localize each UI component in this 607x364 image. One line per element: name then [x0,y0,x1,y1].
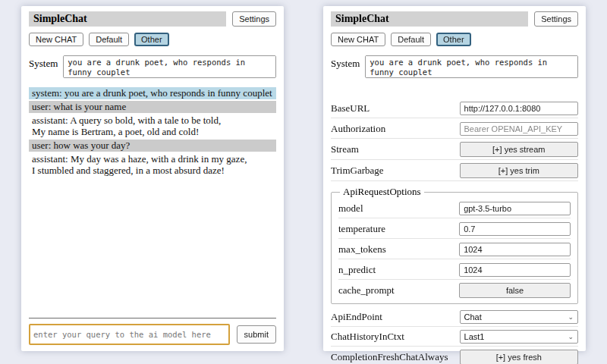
setting-row-completion-fresh-chat-always: CompletionFreshChatAlways [+] yes fresh [331,347,578,364]
stream-label: Stream [331,143,359,155]
setting-row-api-endpoint: ApiEndPoint Chat ⌄ [331,307,578,327]
cache-prompt-label: cache_prompt [338,284,395,297]
authorization-label: Authorization [331,123,385,135]
chat-message-assistant: assistant: My day was a haze, with a dri… [29,153,276,177]
max-tokens-label: max_tokens [338,243,386,256]
setting-row-stream: Stream [+] yes stream [331,139,578,160]
setting-row-cache-prompt: cache_prompt false [338,280,571,300]
setting-row-model: model [338,198,571,218]
model-input[interactable] [459,202,571,215]
system-prompt-input[interactable]: you are a drunk poet, who responds in fu… [365,55,578,78]
chat-history-selected-value: Last1 [464,332,485,341]
settings-button[interactable]: Settings [534,11,578,27]
baseurl-label: BaseURL [331,102,370,115]
chat-messages: system: you are a drunk poet, who respon… [29,87,276,318]
setting-row-chat-history-in-ctxt: ChatHistoryInCtxt Last1 ⌄ [331,327,578,347]
system-prompt-row: System you are a drunk poet, who respond… [29,55,276,78]
api-endpoint-select[interactable]: Chat ⌄ [460,310,578,324]
trimgarbage-label: TrimGarbage [331,165,384,177]
session-tab-other[interactable]: Other [134,33,169,46]
session-tab-other[interactable]: Other [436,33,471,46]
titlebar: SimpleChat Settings [29,11,276,27]
setting-row-n-predict: n_predict [338,259,571,280]
titlebar: SimpleChat Settings [331,11,578,27]
setting-row-authorization: Authorization [331,118,578,139]
new-chat-button[interactable]: New CHAT [331,33,385,46]
n-predict-label: n_predict [338,264,376,276]
query-bar: submit [29,324,276,345]
session-toolbar: New CHAT Default Other [331,33,578,46]
api-endpoint-selected-value: Chat [464,312,482,322]
trimgarbage-toggle-button[interactable]: [+] yes trim [460,163,578,178]
chat-message-system: system: you are a drunk poet, who respon… [29,87,276,99]
submit-button[interactable]: submit [237,325,276,344]
setting-row-trimgarbage: TrimGarbage [+] yes trim [331,160,578,181]
baseurl-input[interactable] [460,102,578,115]
setting-row-baseurl: BaseURL [331,98,578,118]
settings-button[interactable]: Settings [232,11,276,27]
api-request-options-fieldset: ApiRequestOptions model temperature max_… [331,186,578,304]
query-input[interactable] [29,324,230,345]
system-label: System [331,55,360,70]
api-request-options-legend: ApiRequestOptions [340,186,424,198]
session-tab-default[interactable]: Default [89,33,129,46]
system-label: System [29,55,58,70]
chevron-down-icon: ⌄ [568,314,574,321]
setting-row-max-tokens: max_tokens [338,239,571,259]
settings-list: BaseURL Authorization Stream [+] yes str… [331,98,578,364]
session-tab-default[interactable]: Default [391,33,431,46]
chat-window: SimpleChat Settings New CHAT Default Oth… [21,6,284,351]
model-label: model [338,202,363,215]
system-prompt-input[interactable]: you are a drunk poet, who responds in fu… [63,55,276,78]
chat-message-user: user: how was your day? [29,140,276,152]
chat-history-in-ctxt-select[interactable]: Last1 ⌄ [460,330,578,344]
chevron-down-icon: ⌄ [568,334,574,340]
app-title: SimpleChat [331,11,528,27]
chat-history-in-ctxt-label: ChatHistoryInCtxt [331,331,404,343]
temperature-input[interactable] [459,222,571,236]
query-divider [29,318,276,318]
new-chat-button[interactable]: New CHAT [29,33,83,46]
authorization-input[interactable] [460,122,578,136]
settings-window: SimpleChat Settings New CHAT Default Oth… [323,6,586,351]
cache-prompt-toggle-button[interactable]: false [459,283,571,298]
api-endpoint-label: ApiEndPoint [331,311,382,323]
session-toolbar: New CHAT Default Other [29,33,276,46]
chat-message-user: user: what is your name [29,101,276,113]
desktop: SimpleChat Settings New CHAT Default Oth… [0,0,607,364]
system-prompt-row: System you are a drunk poet, who respond… [331,55,578,78]
n-predict-input[interactable] [459,263,571,277]
app-title: SimpleChat [29,11,226,27]
completion-fresh-chat-always-label: CompletionFreshChatAlways [331,351,448,363]
completion-fresh-chat-always-toggle-button[interactable]: [+] yes fresh [460,350,578,364]
max-tokens-input[interactable] [459,243,571,256]
stream-toggle-button[interactable]: [+] yes stream [460,142,578,157]
setting-row-temperature: temperature [338,218,571,239]
temperature-label: temperature [338,223,385,235]
chat-message-assistant: assistant: A query so bold, with a tale … [29,115,276,138]
